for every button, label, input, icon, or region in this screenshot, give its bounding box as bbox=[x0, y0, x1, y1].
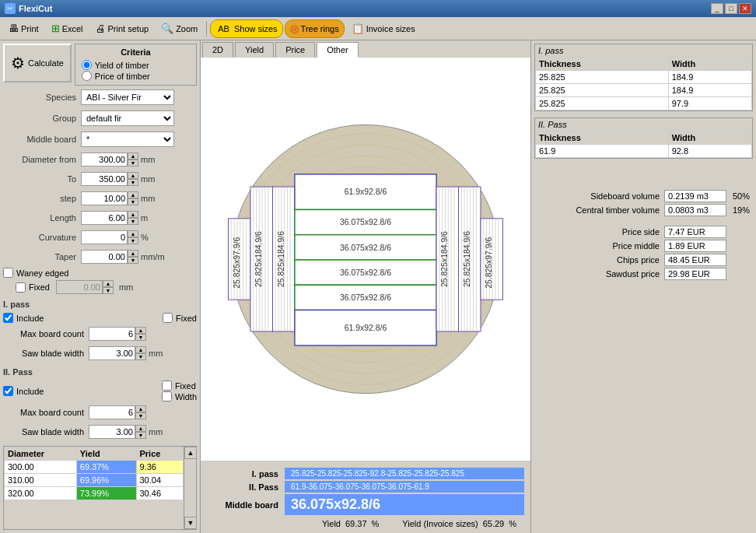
price-side-row: Price side bbox=[537, 226, 750, 238]
print-button[interactable]: 🖶 Print bbox=[3, 19, 44, 38]
tree-rings-button[interactable]: ◎ Tree rings bbox=[285, 19, 345, 38]
ii-pass-maxboard-up[interactable]: ▲ bbox=[135, 405, 146, 412]
diameter-from-down[interactable]: ▼ bbox=[128, 160, 138, 167]
table-row[interactable]: 300.00 69.37% 9.36 bbox=[5, 461, 184, 474]
data-table-container: Diameter Yield Price 300.00 69.37% 9.36 … bbox=[3, 446, 197, 530]
yield-pct: % bbox=[372, 519, 380, 528]
i-pass-fixed-checkbox[interactable] bbox=[163, 313, 173, 323]
tab-other[interactable]: Other bbox=[317, 42, 359, 58]
price-middle-label: Price middle bbox=[537, 241, 664, 251]
svg-text:25.825x97.9/6: 25.825x97.9/6 bbox=[233, 237, 241, 289]
group-select[interactable]: default fir bbox=[81, 110, 174, 126]
calculate-button[interactable]: ⚙ Calculate bbox=[3, 44, 72, 82]
zoom-button[interactable]: 🔍 Zoom bbox=[156, 19, 203, 38]
invoice-sizes-button[interactable]: 📋 Invoice sizes bbox=[346, 19, 421, 38]
i-pass-row-1[interactable]: 25.825 184.9 bbox=[536, 71, 752, 84]
to-unit: mm bbox=[141, 174, 155, 184]
length-input[interactable] bbox=[81, 211, 128, 225]
ii-pass-info-value: 61.9-36.075-36.075-36.075-36.075-61.9 bbox=[285, 481, 524, 493]
curvature-up[interactable]: ▲ bbox=[128, 230, 138, 237]
central-timber-value bbox=[664, 204, 726, 216]
excel-button[interactable]: ⊞ Excel bbox=[46, 19, 89, 38]
ii-pass-sawblade-up[interactable]: ▲ bbox=[135, 425, 146, 432]
step-down[interactable]: ▼ bbox=[128, 198, 138, 205]
ii-pass-sawblade-input[interactable] bbox=[89, 425, 135, 439]
i-pass-maxboard-down[interactable]: ▼ bbox=[135, 334, 146, 341]
ii-pass-maxboard-input[interactable] bbox=[89, 405, 135, 419]
cell-diameter: 300.00 bbox=[5, 461, 77, 474]
step-input[interactable] bbox=[81, 191, 128, 205]
ii-pass-fixed-label: Fixed bbox=[175, 381, 196, 391]
scroll-up-btn[interactable]: ▲ bbox=[184, 447, 197, 459]
to-up[interactable]: ▲ bbox=[128, 172, 138, 179]
i-pass-results-table: Thickness Width 25.825 184.9 25.825 184.… bbox=[535, 57, 752, 110]
fixed-waney-checkbox[interactable] bbox=[16, 282, 26, 293]
fixed-waney-down[interactable]: ▼ bbox=[103, 287, 114, 294]
maximize-button[interactable]: □ bbox=[725, 3, 737, 14]
tree-rings-icon: ◎ bbox=[290, 23, 299, 34]
i-pass-maxboard-input[interactable] bbox=[89, 327, 135, 341]
scroll-down-btn[interactable]: ▼ bbox=[184, 517, 197, 529]
col-diameter: Diameter bbox=[5, 447, 77, 461]
ii-pass-include-checkbox[interactable] bbox=[3, 386, 13, 396]
data-table: Diameter Yield Price 300.00 69.37% 9.36 … bbox=[4, 447, 184, 500]
fixed-waney-input[interactable] bbox=[56, 280, 103, 294]
ii-pass-row-1[interactable]: 61.9 92.8 bbox=[536, 145, 752, 158]
taper-down[interactable]: ▼ bbox=[128, 257, 138, 264]
sideboard-volume-label: Sideboard volume bbox=[537, 191, 664, 201]
print-setup-button[interactable]: 🖨 Print setup bbox=[90, 19, 155, 38]
i-pass-sawblade-row: Saw blade width ▲ ▼ mm bbox=[3, 346, 197, 360]
sawdust-price-value bbox=[664, 268, 726, 280]
ii-pass-fixed-checkbox[interactable] bbox=[162, 380, 172, 391]
price-radio[interactable] bbox=[82, 71, 92, 81]
i-pass-sawblade-input[interactable] bbox=[89, 346, 135, 360]
i-pass-info-row: I. pass 25.825-25.825-25.825-92.8-25.825… bbox=[207, 468, 524, 479]
tab-yield[interactable]: Yield bbox=[235, 42, 274, 58]
to-input[interactable] bbox=[81, 172, 128, 186]
table-row[interactable]: 320.00 73.99% 30.46 bbox=[5, 487, 184, 500]
price-side-label: Price side bbox=[537, 227, 664, 237]
table-row[interactable]: 310.00 69.96% 30.04 bbox=[5, 474, 184, 487]
length-down[interactable]: ▼ bbox=[128, 218, 138, 225]
waney-checkbox[interactable] bbox=[3, 268, 13, 278]
ii-pass-maxboard-label: Max board count bbox=[3, 408, 89, 417]
app-icon: ✂ bbox=[5, 3, 16, 14]
i-pass-row-3[interactable]: 25.825 97.9 bbox=[536, 97, 752, 110]
minimize-button[interactable]: _ bbox=[711, 3, 723, 14]
criteria-box: Criteria Yield of timber Price of timber bbox=[75, 44, 197, 86]
diameter-from-up[interactable]: ▲ bbox=[128, 153, 138, 160]
fixed-waney-up[interactable]: ▲ bbox=[103, 280, 114, 287]
middle-board-info-label: Middle board bbox=[207, 500, 285, 510]
curvature-input[interactable] bbox=[81, 230, 128, 244]
i-pass-fixed-label: Fixed bbox=[176, 314, 197, 323]
ii-pass-width-checkbox[interactable] bbox=[162, 391, 172, 402]
ii-pass-info-row: II. Pass 61.9-36.075-36.075-36.075-36.07… bbox=[207, 481, 524, 493]
ii-pass-sawblade-down[interactable]: ▼ bbox=[135, 432, 146, 439]
i-pass-row-2[interactable]: 25.825 184.9 bbox=[536, 84, 752, 97]
tab-price[interactable]: Price bbox=[275, 42, 315, 58]
main-area: ⚙ Calculate Criteria Yield of timber Pri… bbox=[0, 40, 756, 533]
i-pass-include-checkbox[interactable] bbox=[3, 313, 13, 323]
diameter-from-input[interactable] bbox=[81, 153, 128, 167]
close-button[interactable]: ✕ bbox=[739, 3, 751, 14]
i-pass-width-3: 97.9 bbox=[668, 97, 751, 110]
to-down[interactable]: ▼ bbox=[128, 179, 138, 186]
show-sizes-button[interactable]: AB Show sizes bbox=[210, 19, 282, 38]
i-pass-sawblade-up[interactable]: ▲ bbox=[135, 346, 146, 353]
species-select[interactable]: ABI - Silver Fir bbox=[81, 89, 174, 105]
i-pass-sawblade-unit: mm bbox=[149, 349, 163, 358]
taper-up[interactable]: ▲ bbox=[128, 250, 138, 257]
step-up[interactable]: ▲ bbox=[128, 191, 138, 198]
length-up[interactable]: ▲ bbox=[128, 211, 138, 218]
i-pass-maxboard-up[interactable]: ▲ bbox=[135, 327, 146, 334]
left-panel: ⚙ Calculate Criteria Yield of timber Pri… bbox=[0, 40, 201, 533]
i-pass-sawblade-down[interactable]: ▼ bbox=[135, 353, 146, 360]
yield-radio[interactable] bbox=[82, 60, 92, 70]
middle-board-select[interactable]: * bbox=[81, 131, 174, 147]
tab-2d[interactable]: 2D bbox=[202, 42, 233, 58]
ii-pass-maxboard-down[interactable]: ▼ bbox=[135, 412, 146, 419]
waney-label: Waney edged bbox=[16, 268, 68, 278]
taper-input[interactable] bbox=[81, 250, 128, 264]
curvature-down[interactable]: ▼ bbox=[128, 237, 138, 244]
i-pass-sawblade-label: Saw blade width bbox=[3, 349, 89, 358]
